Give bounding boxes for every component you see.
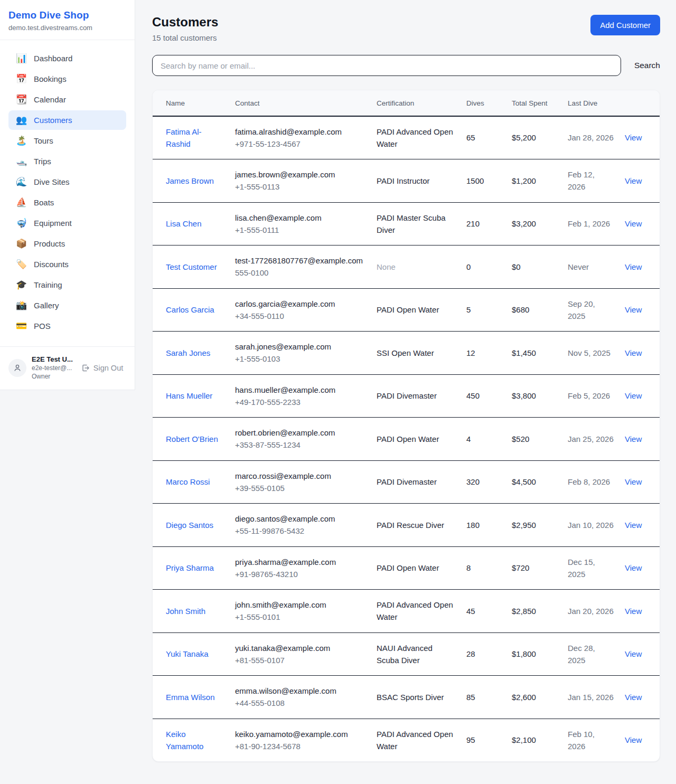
sidebar-item-tours[interactable]: 🏝️ Tours	[8, 131, 126, 150]
customer-email: emma.wilson@example.com	[235, 685, 366, 697]
view-link[interactable]: View	[625, 391, 642, 400]
customers-table-card: Name Contact Certification Dives Total S…	[152, 90, 660, 762]
customer-name-link[interactable]: Priya Sharma	[166, 563, 214, 572]
sidebar-item-training[interactable]: 🎓 Training	[8, 275, 126, 295]
customer-email: lisa.chen@example.com	[235, 212, 366, 224]
total-spent-cell: $1,200	[506, 159, 562, 203]
sidebar-item-pos[interactable]: 💳 POS	[8, 316, 126, 336]
customer-email: diego.santos@example.com	[235, 513, 366, 525]
customer-email: priya.sharma@example.com	[235, 556, 366, 568]
customer-name-link[interactable]: Test Customer	[166, 262, 217, 271]
customer-name-link[interactable]: Hans Mueller	[166, 391, 212, 400]
sidebar-item-products[interactable]: 📦 Products	[8, 234, 126, 253]
certification-cell: PADI Master Scuba Diver	[377, 213, 446, 234]
customer-phone: +353-87-555-1234	[235, 439, 366, 451]
user-role: Owner	[32, 373, 73, 380]
last-dive-cell: Feb 12, 2026	[562, 159, 619, 203]
graduation-cap-icon: 🎓	[16, 280, 26, 289]
total-spent-cell: $1,450	[506, 332, 562, 375]
customer-name-link[interactable]: Marco Rossi	[166, 477, 210, 486]
dives-cell: 4	[461, 418, 506, 461]
view-link[interactable]: View	[625, 521, 642, 530]
package-icon: 📦	[16, 239, 26, 248]
column-header-contact: Contact	[230, 90, 371, 116]
view-link[interactable]: View	[625, 693, 642, 702]
last-dive-cell: Jan 15, 2026	[562, 676, 619, 719]
customer-name-link[interactable]: Sarah Jones	[166, 348, 210, 357]
customer-phone: +44-555-0108	[235, 697, 366, 709]
view-link[interactable]: View	[625, 176, 642, 185]
total-spent-cell: $3,800	[506, 374, 562, 418]
sidebar-item-discounts[interactable]: 🏷️ Discounts	[8, 254, 126, 274]
sidebar-item-boats[interactable]: ⛵ Boats	[8, 193, 126, 212]
user-section: E2E Test U... e2e-tester@... Owner Sign …	[0, 346, 135, 390]
last-dive-cell: Feb 10, 2026	[562, 719, 619, 761]
customer-name-link[interactable]: Fatima Al-Rashid	[166, 127, 202, 148]
column-header-actions	[619, 90, 660, 116]
table-row: Diego Santos diego.santos@example.com +5…	[153, 504, 660, 547]
search-input[interactable]	[152, 55, 621, 76]
page-title: Customers	[152, 15, 218, 30]
sidebar-item-equipment[interactable]: 🤿 Equipment	[8, 213, 126, 233]
view-link[interactable]: View	[625, 133, 642, 142]
add-customer-button[interactable]: Add Customer	[590, 15, 660, 35]
certification-cell: PADI Rescue Diver	[377, 521, 444, 530]
view-link[interactable]: View	[625, 348, 642, 357]
customer-phone: +1-555-0103	[235, 353, 366, 365]
customer-email: marco.rossi@example.com	[235, 470, 366, 482]
customer-name-link[interactable]: Yuki Tanaka	[166, 649, 209, 658]
table-row: Marco Rossi marco.rossi@example.com +39-…	[153, 460, 660, 504]
certification-cell: PADI Open Water	[377, 434, 439, 443]
app-root: Demo Dive Shop demo.test.divestreams.com…	[0, 0, 676, 774]
sidebar-item-customers[interactable]: 👥 Customers	[8, 110, 126, 130]
customer-phone: +1-555-0113	[235, 181, 366, 193]
sidebar-item-gallery[interactable]: 📸 Gallery	[8, 296, 126, 315]
sign-out-button[interactable]: Sign Out	[81, 364, 123, 372]
table-head: Name Contact Certification Dives Total S…	[153, 90, 660, 116]
sidebar-item-bookings[interactable]: 📅 Bookings	[8, 69, 126, 89]
sidebar-item-label: Gallery	[34, 301, 59, 310]
view-link[interactable]: View	[625, 735, 642, 744]
view-link[interactable]: View	[625, 649, 642, 658]
contact-cell: lisa.chen@example.com +1-555-0111	[230, 202, 371, 245]
island-icon: 🏝️	[16, 136, 26, 145]
dives-cell: 450	[461, 374, 506, 418]
customer-phone: +1-555-0111	[235, 224, 366, 236]
customer-name-link[interactable]: John Smith	[166, 607, 205, 616]
customer-name-link[interactable]: Robert O'Brien	[166, 434, 218, 443]
view-link[interactable]: View	[625, 434, 642, 443]
sidebar-item-dive-sites[interactable]: 🌊 Dive Sites	[8, 172, 126, 192]
sidebar-item-label: Tours	[34, 136, 53, 145]
customer-name-link[interactable]: Diego Santos	[166, 521, 213, 530]
customer-name-link[interactable]: Carlos Garcia	[166, 305, 214, 314]
view-link[interactable]: View	[625, 219, 642, 228]
sidebar-item-calendar[interactable]: 📆 Calendar	[8, 90, 126, 109]
sidebar-item-label: POS	[34, 322, 51, 330]
customer-name-link[interactable]: Keiko Yamamoto	[166, 730, 203, 751]
sidebar-nav: 📊 Dashboard 📅 Bookings 📆 Calendar 👥 Cust…	[0, 40, 135, 342]
customer-name-link[interactable]: James Brown	[166, 176, 214, 185]
contact-cell: test-1772681807767@example.com 555-0100	[230, 245, 371, 289]
search-button[interactable]: Search	[634, 61, 660, 70]
view-link[interactable]: View	[625, 262, 642, 271]
view-link[interactable]: View	[625, 305, 642, 314]
customer-name-link[interactable]: Lisa Chen	[166, 219, 202, 228]
dives-cell: 5	[461, 288, 506, 332]
table-row: Emma Wilson emma.wilson@example.com +44-…	[153, 676, 660, 719]
sidebar-item-dashboard[interactable]: 📊 Dashboard	[8, 49, 126, 68]
credit-card-icon: 💳	[16, 322, 26, 330]
view-link[interactable]: View	[625, 563, 642, 572]
wave-icon: 🌊	[16, 177, 26, 186]
certification-cell: PADI Divemaster	[377, 477, 437, 486]
view-link[interactable]: View	[625, 477, 642, 486]
total-customers-count: 15 total customers	[152, 33, 218, 42]
diving-mask-icon: 🤿	[16, 219, 26, 228]
column-header-name: Name	[153, 90, 230, 116]
view-link[interactable]: View	[625, 607, 642, 616]
sidebar-item-trips[interactable]: 🛥️ Trips	[8, 152, 126, 171]
customer-name-link[interactable]: Emma Wilson	[166, 693, 215, 702]
total-spent-cell: $3,200	[506, 202, 562, 245]
table-row: Carlos Garcia carlos.garcia@example.com …	[153, 288, 660, 332]
customer-email: fatima.alrashid@example.com	[235, 126, 366, 138]
sidebar-item-label: Dashboard	[34, 54, 72, 63]
